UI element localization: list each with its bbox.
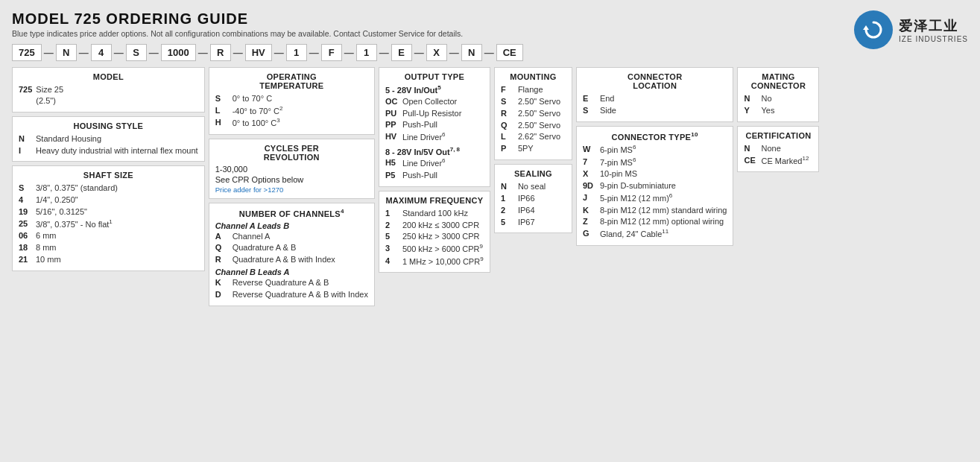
section-maxfreq: MAXIMUM FREQUENCY 1 Standard 100 kHz 2 2…	[379, 191, 490, 273]
shaft-title: SHAFT SIZE	[19, 171, 198, 180]
seal-1: 1 IP66	[501, 193, 566, 204]
section-conn-type: CONNECTOR TYPE10 W 6-pin MS6 7 7-pin MS6…	[576, 126, 734, 246]
code-X: X	[426, 44, 447, 61]
logo-english: IZE INDUSTRIES	[899, 35, 968, 43]
section-conn-loc: CONNECTORLOCATION E End S Side	[576, 67, 734, 122]
optemp-L: L -40° to 70° C2	[215, 105, 368, 117]
seal-N: N No seal	[501, 181, 566, 192]
channels-sub2: Channel B Leads A	[215, 268, 368, 276]
mount-L: L 2.62" Servo	[501, 131, 566, 142]
model-title: MODEL	[19, 72, 198, 81]
code-bar: 725 — N — 4 — S — 1000 — R — HV — 1 — F …	[12, 44, 968, 61]
optemp-H: H 0° to 100° C3	[215, 117, 368, 129]
freq-3: 3 500 kHz > 6000 CPR9	[385, 243, 484, 255]
section-shaft: SHAFT SIZE S 3/8", 0.375" (standard) 4 1…	[12, 165, 205, 271]
shaft-18: 18 8 mm	[19, 242, 198, 253]
cpr-note: Price adder for >1270	[215, 186, 368, 194]
mount-Q: Q 2.50" Servo	[501, 120, 566, 131]
section-mating: MATINGCONNECTOR N No Y Yes	[737, 67, 819, 122]
mating-N: N No	[744, 93, 812, 104]
freq-1: 1 Standard 100 kHz	[385, 208, 484, 219]
logo-chinese: 爱泽工业	[899, 17, 968, 35]
code-1b: 1	[356, 44, 377, 61]
freq-2: 2 200 kHz ≤ 3000 CPR	[385, 220, 484, 231]
shaft-4: 4 1/4", 0.250"	[19, 194, 198, 206]
shaft-S: S 3/8", 0.375" (standard)	[19, 183, 198, 194]
code-1: 1	[286, 44, 307, 61]
housing-I: I Heavy duty industrial with internal fl…	[19, 145, 198, 156]
freq-5: 5 250 kHz > 3000 CPR	[385, 231, 484, 242]
model-item-725: 725 Size 25(2.5")	[19, 84, 198, 107]
code-S: S	[126, 44, 147, 61]
ch-R: R Quadrature A & B with Index	[215, 254, 368, 265]
connloc-E: E End	[583, 93, 727, 104]
conntype-9D: 9D 9-pin D-subminiature	[583, 180, 727, 192]
section-housing: HOUSING STYLE N Standard Housing I Heavy…	[12, 116, 205, 162]
channels-sub1: Channel A Leads B	[215, 221, 368, 230]
col-4: MOUNTING F Flange S 2.50" Servo R 2.50" …	[494, 67, 572, 233]
logo-area: 爱泽工业 IZE INDUSTRIES	[854, 10, 968, 49]
section-sealing: SEALING N No seal 1 IP66 2 IP64 5	[494, 164, 572, 233]
connloc-S: S Side	[583, 105, 727, 116]
out-P5: P5 Push-Pull	[385, 170, 484, 181]
mating-title: MATINGCONNECTOR	[744, 72, 812, 90]
cert-CE: CE CE Marked12	[744, 155, 812, 167]
out-PP: PP Push-Pull	[385, 119, 484, 130]
code-F: F	[321, 44, 342, 61]
shaft-21: 21 10 mm	[19, 254, 198, 265]
code-E: E	[391, 44, 412, 61]
logo-text: 爱泽工业 IZE INDUSTRIES	[899, 17, 968, 43]
ch-A: A Channel A	[215, 231, 368, 242]
out-H5: H5 Line Driver6	[385, 157, 484, 169]
out-OC: OC Open Collector	[385, 96, 484, 107]
output-group1-label: 5 - 28V In/Out5	[385, 84, 484, 95]
mating-Y: Y Yes	[744, 105, 812, 116]
ch-Q: Q Quadrature A & B	[215, 242, 368, 253]
output-title: OUTPUT TYPE	[385, 72, 484, 81]
section-output: OUTPUT TYPE 5 - 28V In/Out5 OC Open Coll…	[379, 67, 490, 187]
channels-title: NUMBER OF CHANNELS4	[215, 208, 368, 218]
page-title: MODEL 725 ORDERING GUIDE	[12, 10, 968, 28]
code-R: R	[210, 44, 231, 61]
conntype-K: K 8-pin M12 (12 mm) standard wiring	[583, 205, 727, 216]
conntype-7: 7 7-pin MS6	[583, 156, 727, 168]
subtitle: Blue type indicates price adder options.…	[12, 29, 968, 38]
col-5: CONNECTORLOCATION E End S Side CONNECTOR…	[576, 67, 734, 246]
mount-F: F Flange	[501, 84, 566, 95]
section-model: MODEL 725 Size 25(2.5")	[12, 67, 205, 113]
optemp-S: S 0° to 70° C	[215, 93, 368, 104]
logo-icon	[854, 10, 893, 49]
mount-P: P 5PY	[501, 143, 566, 154]
section-mounting: MOUNTING F Flange S 2.50" Servo R 2.50" …	[494, 67, 572, 160]
conntype-J: J 5-pin M12 (12 mm)6	[583, 192, 727, 204]
col-2: OPERATINGTEMPERATURE S 0° to 70° C L -40…	[209, 67, 375, 306]
code-Nb: N	[461, 44, 482, 61]
shaft-06: 06 6 mm	[19, 230, 198, 241]
section-cert: CERTIFICATION N None CE CE Marked12	[737, 126, 819, 172]
col-1: MODEL 725 Size 25(2.5") HOUSING STYLE N …	[12, 67, 205, 271]
col-6: MATINGCONNECTOR N No Y Yes CERTIFICATION…	[737, 67, 819, 172]
shaft-19: 19 5/16", 0.3125"	[19, 206, 198, 218]
cpr-see: See CPR Options below	[215, 175, 368, 184]
seal-2: 2 IP64	[501, 205, 566, 216]
cpr-title: CYCLES PERREVOLUTION	[215, 144, 368, 162]
section-channels: NUMBER OF CHANNELS4 Channel A Leads B A …	[209, 203, 375, 306]
conntype-G: G Gland, 24" Cable11	[583, 228, 727, 240]
maxfreq-title: MAXIMUM FREQUENCY	[385, 196, 484, 205]
conntype-X: X 10-pin MS	[583, 168, 727, 180]
sealing-title: SEALING	[501, 169, 566, 178]
ch-D: D Reverse Quadrature A & B with Index	[215, 289, 368, 300]
section-cpr: CYCLES PERREVOLUTION 1-30,000 See CPR Op…	[209, 139, 375, 199]
mounting-title: MOUNTING	[501, 72, 566, 81]
code-N: N	[56, 44, 77, 61]
mount-S: S 2.50" Servo	[501, 96, 566, 107]
code-1000: 1000	[161, 44, 196, 61]
section-optemp: OPERATINGTEMPERATURE S 0° to 70° C L -40…	[209, 67, 375, 135]
conn-loc-title: CONNECTORLOCATION	[583, 72, 727, 90]
optemp-title: OPERATINGTEMPERATURE	[215, 72, 368, 90]
mount-R: R 2.50" Servo	[501, 108, 566, 119]
ch-K: K Reverse Quadrature A & B	[215, 277, 368, 288]
col-3: OUTPUT TYPE 5 - 28V In/Out5 OC Open Coll…	[379, 67, 490, 273]
conntype-W: W 6-pin MS6	[583, 144, 727, 156]
code-CE: CE	[496, 44, 523, 61]
